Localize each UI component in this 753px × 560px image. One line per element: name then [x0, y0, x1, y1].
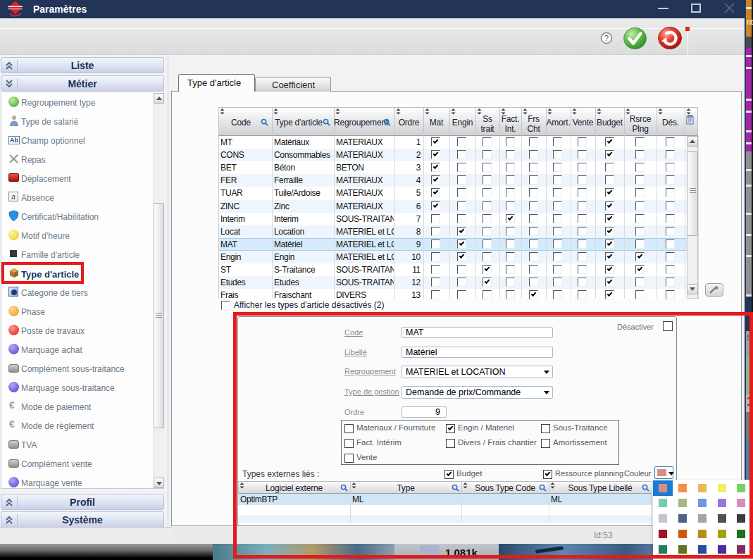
- svg-text:?: ?: [604, 34, 609, 42]
